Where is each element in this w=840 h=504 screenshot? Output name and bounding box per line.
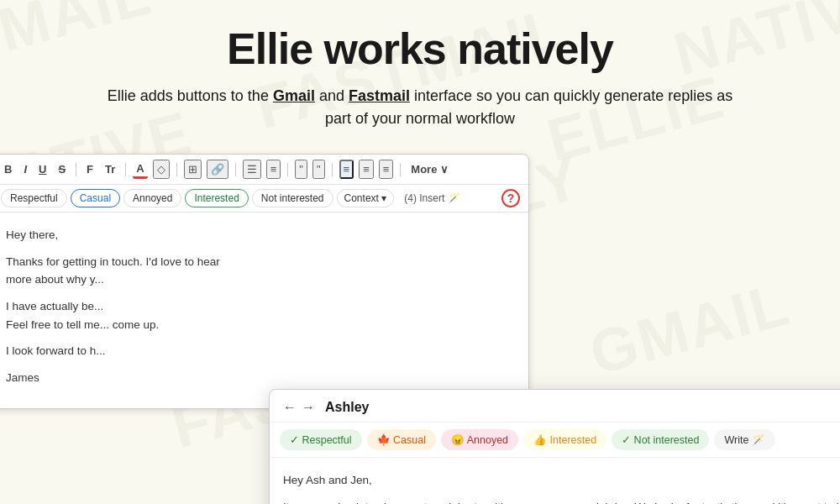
- not-interested-btn[interactable]: Not interested: [252, 189, 333, 207]
- respectful-btn[interactable]: Respectful: [1, 189, 67, 207]
- gmail-toolbar: B I U S F Tr A ◇ ⊞ 🔗 ☰ ≡ " " ≡: [0, 155, 528, 185]
- interested-btn[interactable]: Interested: [185, 189, 248, 207]
- email-signature: James: [6, 369, 515, 387]
- toolbar-divider-6: [332, 163, 333, 176]
- image-button[interactable]: ⊞: [184, 160, 202, 179]
- toolbar-divider-7: [400, 163, 401, 176]
- page-subtitle: Ellie adds buttons to the Gmail and Fast…: [101, 85, 739, 130]
- fm-ellie-bar: ✓ Respectful 🍁 Casual 😠 Annoyed 👍 Intere…: [270, 423, 840, 458]
- font-button[interactable]: F: [83, 161, 97, 177]
- gmail-ellie-bar: Respectful Casual Annoyed Interested Not…: [0, 185, 528, 213]
- gmail-link[interactable]: Gmail: [273, 87, 315, 104]
- fastmail-panel: ← → Ashley ⬜ ✓ Respectful 🍁 Casual 😠 Ann…: [269, 389, 840, 504]
- italic-button[interactable]: I: [20, 161, 30, 177]
- insert-btn[interactable]: (4) Insert 🪄: [397, 190, 466, 207]
- quote-open-button[interactable]: ": [295, 160, 307, 179]
- link-button[interactable]: 🔗: [207, 160, 228, 179]
- forward-arrow[interactable]: →: [302, 400, 315, 415]
- numbered-list-button[interactable]: ≡: [266, 160, 281, 179]
- context-btn[interactable]: Context ▾: [337, 189, 395, 207]
- fm-write-btn[interactable]: Write 🪄: [714, 429, 774, 450]
- panels-container: B I U S F Tr A ◇ ⊞ 🔗 ☰ ≡ " " ≡: [59, 154, 781, 439]
- fm-interested-btn[interactable]: 👍 Interested: [523, 429, 606, 450]
- align-left-button[interactable]: ≡: [339, 160, 354, 179]
- align-center-button[interactable]: ≡: [359, 160, 374, 179]
- bullet-list-button[interactable]: ☰: [243, 160, 261, 179]
- email-line-3: I have actually be...Feel free to tell m…: [6, 297, 515, 333]
- page-content: Ellie works natively Ellie adds buttons …: [0, 0, 840, 439]
- fm-annoyed-btn[interactable]: 😠 Annoyed: [441, 429, 518, 450]
- email-line-2: Thanks for getting in touch. I'd love to…: [6, 253, 515, 289]
- back-arrow[interactable]: ←: [283, 400, 297, 415]
- gmail-panel: B I U S F Tr A ◇ ⊞ 🔗 ☰ ≡ " " ≡: [0, 154, 529, 409]
- toolbar-divider-3: [176, 163, 177, 176]
- fastmail-header: ← → Ashley ⬜: [270, 390, 840, 423]
- page-title: Ellie works natively: [227, 25, 613, 73]
- quote-close-button[interactable]: ": [312, 160, 325, 179]
- fm-para1: It was an absolute pleasure to celebrate…: [283, 498, 840, 504]
- fm-respectful-btn[interactable]: ✓ Respectful: [280, 429, 362, 450]
- font-size-button[interactable]: Tr: [102, 161, 118, 177]
- more-button[interactable]: More ∨: [407, 161, 452, 177]
- toolbar-divider-4: [235, 163, 236, 176]
- toolbar-divider-5: [287, 163, 288, 176]
- strikethrough-button[interactable]: S: [55, 161, 69, 177]
- annoyed-btn[interactable]: Annoyed: [123, 189, 181, 207]
- underline-button[interactable]: U: [35, 161, 50, 177]
- casual-btn[interactable]: Casual: [71, 189, 120, 207]
- fastmail-link[interactable]: Fastmail: [349, 87, 410, 104]
- gmail-help-btn[interactable]: ?: [501, 189, 520, 207]
- highlight-button[interactable]: ◇: [153, 160, 170, 179]
- align-right-button[interactable]: ≡: [379, 160, 394, 179]
- fm-not-interested-btn[interactable]: ✓ Not interested: [612, 429, 709, 450]
- toolbar-divider-1: [76, 163, 76, 176]
- fm-email-body: Hey Ash and Jen, It was an absolute plea…: [270, 458, 840, 504]
- text-color-button[interactable]: A: [133, 160, 147, 179]
- toolbar-divider-2: [125, 163, 126, 176]
- gmail-email-body: Hey there, Thanks for getting in touch. …: [0, 213, 528, 408]
- email-line-4: I look forward to h...: [6, 342, 515, 360]
- fm-nav: ← → Ashley: [283, 400, 369, 415]
- bold-button[interactable]: B: [1, 161, 15, 177]
- fm-composer-name: Ashley: [325, 400, 369, 415]
- fm-greeting: Hey Ash and Jen,: [283, 471, 840, 490]
- email-line-1: Hey there,: [6, 226, 515, 244]
- fm-casual-btn[interactable]: 🍁 Casual: [367, 429, 436, 450]
